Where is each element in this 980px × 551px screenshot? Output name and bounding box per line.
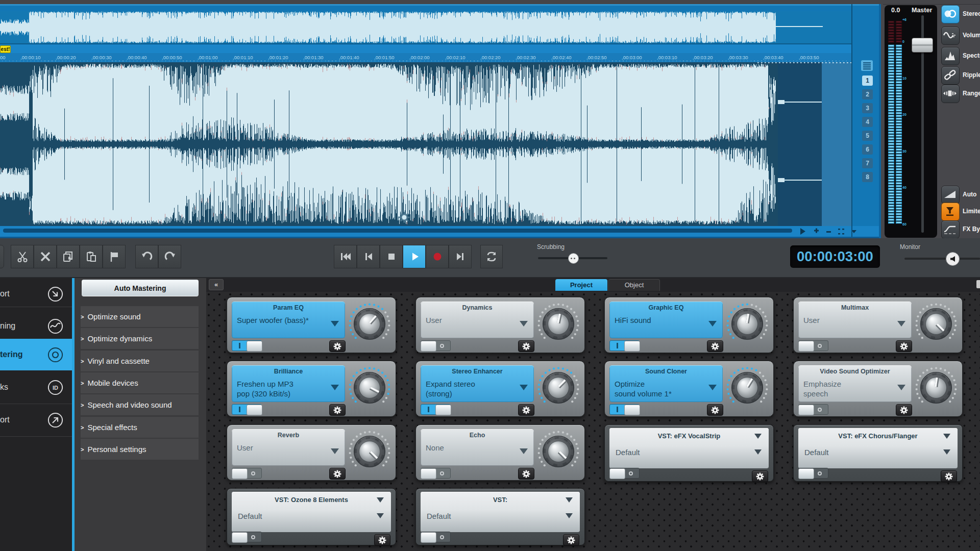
svg-text:ID: ID <box>53 385 58 391</box>
